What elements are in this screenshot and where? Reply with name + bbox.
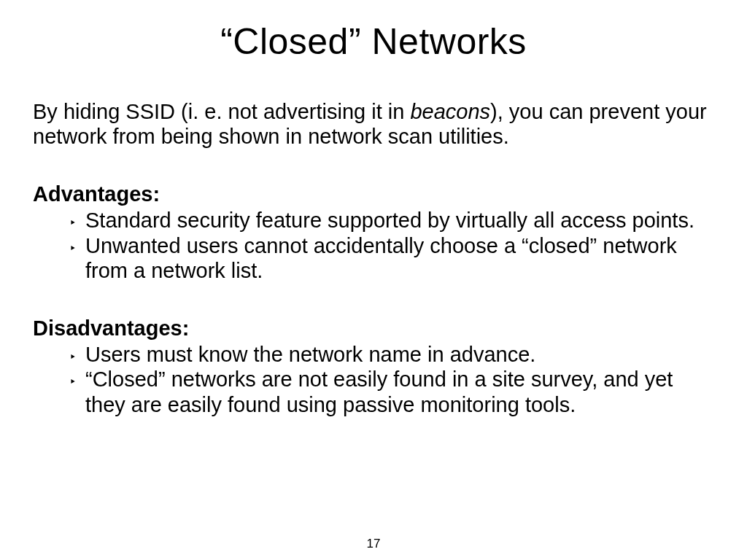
intro-paragraph: By hiding SSID (i. e. not advertising it… <box>33 99 714 149</box>
list-item: ‣Unwanted users cannot accidentally choo… <box>33 233 714 283</box>
advantages-heading: Advantages: <box>33 182 714 206</box>
list-item: ‣Users must know the network name in adv… <box>33 342 714 367</box>
list-item: ‣Standard security feature supported by … <box>33 208 714 233</box>
bullet-icon: ‣ <box>69 351 85 365</box>
disadvantages-section: Disadvantages: ‣Users must know the netw… <box>33 316 714 417</box>
bullet-icon: ‣ <box>69 242 85 256</box>
page-number: 17 <box>0 537 747 551</box>
disadvantage-2-text: “Closed” networks are not easily found i… <box>85 368 673 416</box>
advantage-1-text: Standard security feature supported by v… <box>85 209 694 232</box>
bullet-icon: ‣ <box>69 376 85 389</box>
disadvantages-heading-text: Disadvantages <box>33 316 182 340</box>
advantages-section: Advantages: ‣Standard security feature s… <box>33 182 714 283</box>
bullet-icon: ‣ <box>69 217 85 230</box>
advantages-heading-text: Advantages <box>33 182 152 206</box>
advantage-2-text: Unwanted users cannot accidentally choos… <box>85 234 677 282</box>
slide: “Closed” Networks By hiding SSID (i. e. … <box>0 0 747 560</box>
disadvantage-1-text: Users must know the network name in adva… <box>85 343 535 366</box>
slide-title: “Closed” Networks <box>33 20 714 63</box>
disadvantages-heading: Disadvantages: <box>33 316 714 341</box>
list-item: ‣“Closed” networks are not easily found … <box>33 367 714 416</box>
intro-text-pre: By hiding SSID (i. e. not advertising it… <box>33 100 410 123</box>
intro-text-em: beacons <box>410 100 490 123</box>
